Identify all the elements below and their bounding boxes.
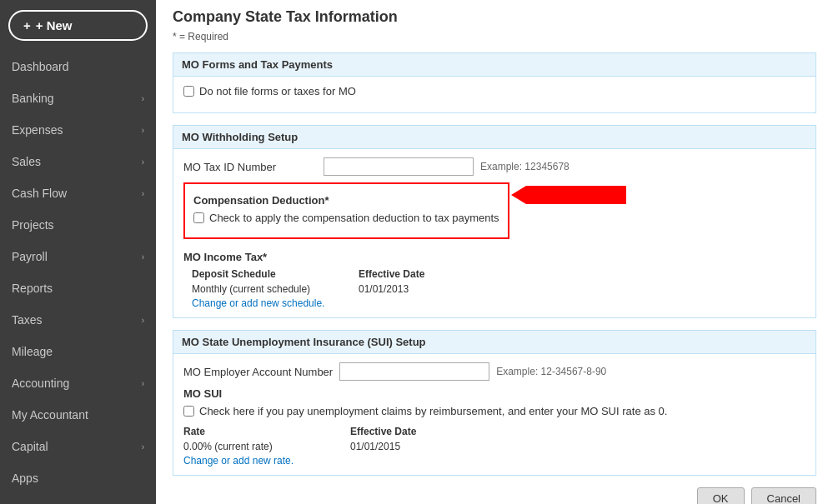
sidebar-item-label: My Accountant [12, 408, 88, 422]
sidebar-item-taxes[interactable]: Taxes › [0, 304, 156, 336]
sidebar-item-capital[interactable]: Capital › [0, 431, 156, 462]
effective-date-header: Effective Date [359, 267, 492, 282]
sidebar-item-label: Taxes [12, 313, 43, 327]
sidebar-item-label: Cash Flow [12, 187, 67, 200]
change-schedule-link[interactable]: Change or add new schedule. [192, 297, 324, 309]
sidebar-item-label: Payroll [12, 250, 48, 263]
sidebar-item-expenses[interactable]: Expenses › [0, 114, 156, 146]
sidebar-item-label: Apps [12, 472, 38, 485]
compensation-box-border: Compensation Deduction* Check to apply t… [183, 182, 509, 239]
rate-value: 0.00% (current rate) [183, 439, 350, 454]
no-file-checkbox-row[interactable]: Do not file forms or taxes for MO [183, 85, 805, 97]
chevron-right-icon: › [142, 94, 144, 103]
sidebar-item-apps[interactable]: Apps [0, 462, 156, 494]
sidebar-item-dashboard[interactable]: Dashboard [0, 51, 156, 82]
chevron-right-icon: › [142, 316, 144, 325]
employer-account-input[interactable] [339, 362, 489, 381]
compensation-checkbox-row[interactable]: Check to apply the compensation deductio… [193, 212, 499, 224]
compensation-checkbox-label: Check to apply the compensation deductio… [209, 212, 499, 224]
sidebar-item-sales[interactable]: Sales › [0, 146, 156, 177]
chevron-right-icon: › [142, 442, 144, 452]
sidebar-item-label: Sales [12, 155, 41, 168]
effective-date-value: 01/01/2013 [359, 282, 492, 297]
sidebar-item-accounting[interactable]: Accounting › [0, 367, 156, 399]
mo-withholding-section: MO Withholding Setup MO Tax ID Number Ex… [173, 125, 816, 318]
sidebar-item-mileage[interactable]: Mileage [0, 336, 156, 367]
employer-account-row: MO Employer Account Number Example: 12-3… [183, 362, 805, 381]
plus-icon: + [23, 18, 31, 32]
sidebar-item-banking[interactable]: Banking › [0, 82, 156, 114]
sidebar-item-label: Capital [12, 440, 48, 453]
sidebar-item-label: Projects [12, 218, 54, 232]
chevron-right-icon: › [142, 252, 144, 262]
new-button[interactable]: + + New [8, 10, 148, 41]
income-tax-label: MO Income Tax* [183, 251, 805, 263]
deposit-schedule-value: Monthly (current schedule) [192, 282, 359, 297]
employer-account-label: MO Employer Account Number [183, 366, 333, 378]
tax-id-example: Example: 12345678 [480, 161, 570, 172]
mo-sui-body: MO Employer Account Number Example: 12-3… [173, 354, 815, 475]
sui-checkbox-label: Check here if you pay unemployment claim… [199, 405, 667, 417]
compensation-box: Compensation Deduction* Check to apply t… [183, 182, 509, 246]
chevron-right-icon: › [142, 126, 144, 135]
rate-effective-date-header: Effective Date [350, 424, 484, 439]
sidebar-item-label: Banking [12, 92, 54, 105]
sidebar: + + New Dashboard Banking › Expenses › S… [0, 0, 156, 504]
mo-forms-section: MO Forms and Tax Payments Do not file fo… [173, 52, 816, 113]
sidebar-item-label: Reports [12, 282, 53, 295]
sidebar-item-reports[interactable]: Reports [0, 272, 156, 304]
sidebar-item-cashflow[interactable]: Cash Flow › [0, 177, 156, 209]
employer-account-example: Example: 12-34567-8-90 [496, 366, 606, 377]
change-rate-link[interactable]: Change or add new rate. [183, 455, 294, 467]
income-tax-section: MO Income Tax* Deposit Schedule Effectiv… [183, 251, 805, 309]
tax-grid: Deposit Schedule Effective Date Monthly … [192, 267, 805, 297]
mo-withholding-header: MO Withholding Setup [173, 126, 815, 149]
sidebar-item-payroll[interactable]: Payroll › [0, 241, 156, 272]
compensation-row: Compensation Deduction* Check to apply t… [183, 182, 805, 246]
tax-id-input[interactable] [324, 157, 474, 176]
mo-sui-section: MO State Unemployment Insurance (SUI) Se… [173, 330, 816, 476]
sidebar-item-label: Mileage [12, 345, 53, 358]
chevron-right-icon: › [142, 189, 144, 198]
compensation-checkbox[interactable] [193, 212, 204, 223]
sidebar-item-label: Accounting [12, 377, 69, 390]
sidebar-item-projects[interactable]: Projects [0, 209, 156, 241]
deposit-schedule-header: Deposit Schedule [192, 267, 359, 282]
rate-effective-date-value: 01/01/2015 [350, 439, 484, 454]
actions-row: OK Cancel [173, 487, 816, 504]
mo-forms-header: MO Forms and Tax Payments [173, 53, 815, 77]
no-file-checkbox[interactable] [183, 86, 194, 97]
rate-header: Rate [183, 424, 350, 439]
chevron-right-icon: › [142, 157, 144, 167]
mo-sui-label: MO SUI [183, 387, 805, 400]
no-file-label: Do not file forms or taxes for MO [199, 85, 356, 97]
compensation-label: Compensation Deduction* [193, 194, 499, 207]
new-button-label: + New [36, 18, 73, 32]
page-title: Company State Tax Information [173, 8, 816, 26]
rate-section: Rate Effective Date 0.00% (current rate)… [183, 424, 805, 467]
rate-grid: Rate Effective Date 0.00% (current rate)… [183, 424, 805, 454]
sidebar-item-label: Dashboard [12, 60, 69, 73]
mo-forms-body: Do not file forms or taxes for MO [173, 77, 815, 112]
cancel-button[interactable]: Cancel [751, 487, 816, 504]
main-content: Company State Tax Information * = Requir… [156, 0, 833, 504]
ok-button[interactable]: OK [697, 487, 745, 504]
tax-id-row: MO Tax ID Number Example: 12345678 [183, 157, 805, 176]
arrow-area [518, 186, 626, 204]
chevron-right-icon: › [142, 379, 144, 388]
sui-checkbox-row[interactable]: Check here if you pay unemployment claim… [183, 405, 805, 417]
mo-sui-header: MO State Unemployment Insurance (SUI) Se… [173, 331, 815, 354]
red-arrow-icon [526, 186, 626, 204]
sidebar-item-label: Expenses [12, 123, 63, 137]
mo-withholding-body: MO Tax ID Number Example: 12345678 Compe… [173, 149, 815, 317]
required-note: * = Required [173, 31, 816, 42]
sidebar-item-myaccountant[interactable]: My Accountant [0, 399, 156, 431]
tax-id-label: MO Tax ID Number [183, 161, 317, 173]
sui-checkbox[interactable] [183, 406, 194, 417]
